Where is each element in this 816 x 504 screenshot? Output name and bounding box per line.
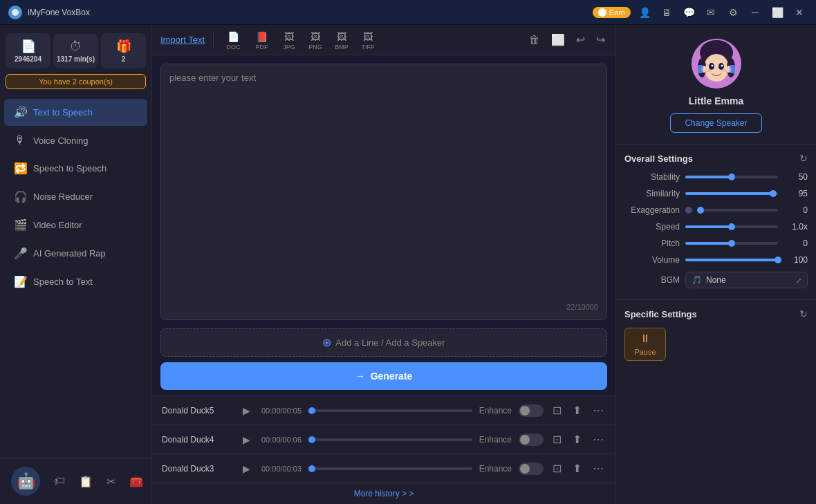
doc-import-button[interactable]: 📄 DOC	[222, 28, 245, 52]
toggle-knob-3	[520, 464, 530, 474]
ai-rap-label: AI Generated Rap	[33, 248, 106, 259]
pause-button[interactable]: ⏸ Pause	[624, 328, 666, 361]
sidebar: 📄 2946204 ⏱ 1317 min(s) 🎁 2 You have 2 c…	[0, 25, 152, 504]
similarity-slider[interactable]	[685, 192, 778, 195]
play-button-1[interactable]: ▶	[238, 402, 254, 419]
profile-icon[interactable]: 👤	[636, 4, 653, 21]
clipboard-icon[interactable]: 📋	[73, 464, 98, 498]
text-to-speech-icon: 🔊	[14, 106, 26, 119]
expand-icon[interactable]: ⬜	[549, 31, 567, 48]
settings-icon[interactable]: ⚙	[725, 4, 741, 21]
sidebar-stats: 📄 2946204 ⏱ 1317 min(s) 🎁 2	[0, 25, 151, 74]
jpg-label: JPG	[283, 44, 295, 50]
progress-track-2[interactable]	[308, 438, 472, 441]
generate-button[interactable]: → Generate	[160, 362, 607, 390]
crop-icon-3[interactable]: ⊡	[550, 460, 564, 477]
upload-icon-2[interactable]: ⬆	[571, 431, 584, 448]
noise-reducer-label: Noise Reducer	[33, 192, 93, 202]
chars-icon: 📄	[21, 39, 36, 54]
exaggeration-label: Exaggeration	[624, 205, 680, 215]
earn-button[interactable]: Earn	[593, 7, 631, 18]
pdf-import-button[interactable]: 📕 PDF	[250, 28, 273, 52]
history-name-2: Donald Duck4	[162, 435, 231, 445]
svg-rect-15	[730, 65, 735, 73]
import-text-button[interactable]: Import Text	[160, 35, 205, 45]
play-button-3[interactable]: ▶	[238, 460, 254, 477]
right-panel: Little Emma Change Speaker Overall Setti…	[615, 25, 816, 504]
voice-cloning-label: Voice Cloning	[33, 136, 89, 146]
progress-fill-1	[308, 409, 312, 412]
bgm-selector[interactable]: 🎵 None ⤢	[685, 272, 808, 288]
sidebar-item-speech-to-speech[interactable]: 🔁 Speech to Speech	[4, 155, 147, 182]
gifts-icon: 🎁	[116, 39, 131, 54]
exaggeration-value: 0	[783, 205, 808, 215]
sidebar-item-video-editor[interactable]: 🎬 Video Editor	[4, 212, 147, 239]
jpg-import-button[interactable]: 🖼 JPG	[279, 28, 299, 52]
png-import-button[interactable]: 🖼 PNG	[305, 28, 326, 52]
enhance-toggle-2[interactable]	[519, 433, 544, 446]
sidebar-item-ai-generated-rap[interactable]: 🎤 AI Generated Rap	[4, 240, 147, 267]
overall-settings-section: Overall Settings ↻ Stability 50 Similari…	[616, 144, 816, 300]
exaggeration-slider[interactable]	[701, 209, 778, 212]
volume-slider[interactable]	[685, 259, 778, 261]
more-history-button[interactable]: More history > >	[152, 483, 615, 504]
stat-chars: 📄 2946204	[6, 33, 50, 68]
enhance-toggle-1[interactable]	[519, 404, 544, 417]
gifts-value: 2	[122, 55, 126, 63]
minutes-icon: ⏱	[70, 39, 82, 54]
progress-track-3[interactable]	[308, 467, 472, 470]
progress-fill-2	[308, 438, 312, 441]
time-label-3: 00:00/00:03	[261, 465, 302, 473]
history-rows: Donald Duck5 ▶ 00:00/00:05 Enhance ⊡ ⬆ ⋯	[152, 395, 615, 504]
sidebar-item-text-to-speech[interactable]: 🔊 Text to Speech	[4, 99, 147, 126]
speed-row: Speed 1.0x	[624, 222, 808, 232]
speed-slider[interactable]	[685, 225, 778, 228]
video-editor-icon: 🎬	[14, 218, 26, 232]
device-icon[interactable]: 🖥	[658, 4, 675, 21]
toolbox-icon[interactable]: 🧰	[124, 464, 149, 498]
crop-icon-1[interactable]: ⊡	[550, 402, 564, 419]
more-icon-1[interactable]: ⋯	[591, 402, 606, 419]
stat-gifts: 🎁 2	[101, 33, 146, 68]
undo-icon[interactable]: ↩	[574, 31, 587, 48]
tiff-import-button[interactable]: 🖼 TIFF	[358, 28, 378, 52]
tag-icon[interactable]: 🏷	[48, 464, 71, 498]
maximize-button[interactable]: ⬜	[769, 4, 786, 21]
pause-icon: ⏸	[640, 333, 651, 345]
specific-refresh-icon[interactable]: ↻	[799, 308, 808, 319]
svg-point-7	[721, 65, 723, 67]
enhance-toggle-3[interactable]	[519, 463, 544, 475]
pitch-slider[interactable]	[685, 242, 778, 245]
progress-track-1[interactable]	[308, 409, 472, 412]
sidebar-item-speech-to-text[interactable]: 📝 Speech to Text	[4, 268, 147, 295]
bmp-import-button[interactable]: 🖼 BMP	[331, 28, 352, 52]
more-icon-3[interactable]: ⋯	[591, 460, 606, 477]
redo-icon[interactable]: ↪	[594, 31, 607, 48]
voice-cloning-icon: 🎙	[14, 134, 26, 147]
crop-icon-2[interactable]: ⊡	[550, 431, 564, 448]
minimize-button[interactable]: ─	[747, 4, 763, 21]
text-editor[interactable]: please enter your text 22/10000	[160, 64, 607, 320]
scissors-icon[interactable]: ✂	[101, 464, 121, 498]
video-editor-label: Video Editor	[33, 220, 82, 230]
bmp-label: BMP	[335, 44, 349, 50]
upload-icon-3[interactable]: ⬆	[571, 460, 584, 477]
sidebar-item-voice-cloning[interactable]: 🎙 Voice Cloning	[4, 127, 147, 153]
close-button[interactable]: ✕	[791, 4, 808, 21]
mail-icon[interactable]: ✉	[703, 4, 719, 21]
chat-icon[interactable]: 🤖	[11, 467, 40, 496]
play-button-2[interactable]: ▶	[238, 431, 254, 448]
upload-icon-1[interactable]: ⬆	[571, 402, 584, 419]
history-row-2: Donald Duck4 ▶ 00:00/00:06 Enhance ⊡ ⬆ ⋯	[152, 425, 615, 454]
more-icon-2[interactable]: ⋯	[591, 431, 606, 448]
delete-icon[interactable]: 🗑	[527, 32, 542, 48]
coupon-bar[interactable]: You have 2 coupon(s)	[6, 74, 146, 89]
overall-refresh-icon[interactable]: ↻	[799, 153, 808, 164]
chars-value: 2946204	[15, 55, 41, 63]
sidebar-item-noise-reducer[interactable]: 🎧 Noise Reducer	[4, 183, 147, 210]
discord-icon[interactable]: 💬	[680, 4, 697, 21]
add-line-button[interactable]: ⊕ Add a Line / Add a Speaker	[160, 328, 607, 357]
change-speaker-button[interactable]: Change Speaker	[670, 113, 761, 133]
stability-slider[interactable]	[685, 176, 778, 178]
overall-settings-title: Overall Settings	[624, 153, 693, 164]
